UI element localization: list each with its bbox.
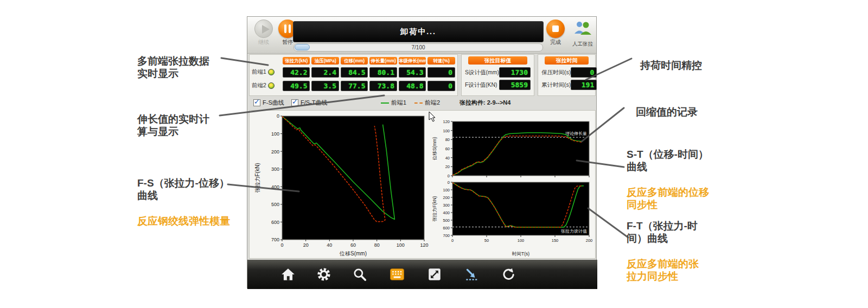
st-chart: 020406080100120理论伸长量位移S(mm) [431,117,593,181]
svg-text:0: 0 [448,180,450,185]
tension-time-panel: 张拉时间 保压时间(s) 0 累计时间(s) 191 [538,54,596,96]
annotation-realtime-data: 多前端张拉数据 实时显示 [137,42,235,93]
status-display: 卸荷中... [293,21,544,42]
svg-text:700: 700 [443,233,450,238]
home-icon[interactable] [280,267,296,282]
hold-time-label: 保压时间(s) [541,69,571,76]
member-label: 张拉构件: 2-9-->N4 [459,99,510,107]
readout-value: 54.3 [399,67,426,78]
checkbox-fs-curve[interactable]: ✓ F-S曲线 [253,99,284,107]
target-value-panel: 张拉目标值 S设计值(mm) 1730 F设计值(KN) 5859 [461,54,534,96]
time-panel-title: 张拉时间 [545,56,589,65]
checkbox-fst-curve[interactable]: ✓ F/S-T曲线 [291,99,328,107]
legend-line-icon [381,102,389,104]
svg-text:600: 600 [443,226,450,230]
svg-text:100: 100 [518,238,525,243]
progress-text: 7/100 [294,44,542,50]
legend-front2: 前端2 [414,99,440,107]
annotation-title: F-S（张拉力-位移） 曲线 [137,177,243,202]
svg-text:60: 60 [350,242,356,248]
svg-text:40: 40 [445,156,450,161]
svg-text:200: 200 [443,195,450,200]
manual-tension-button[interactable]: 人工张拉 [569,20,597,48]
play-icon [254,20,273,38]
resume-button[interactable]: 继续 [252,20,276,46]
fullscreen-icon[interactable] [427,267,442,282]
curve-pointer-icon[interactable] [464,267,479,282]
svg-text:100: 100 [443,129,450,133]
readout-value: 77.5 [341,81,368,91]
f-design-label: F设计值(KN) [465,81,497,89]
row-label-text: 前端2 [252,82,266,89]
svg-text:120: 120 [443,119,450,124]
svg-text:0: 0 [448,174,450,178]
annotation-hold-time: 持荷时间精控 [640,47,738,85]
svg-text:600: 600 [271,220,279,225]
status-led-icon [268,82,275,89]
finish-label: 完成 [544,39,567,46]
option-row: ✓ F-S曲线 ✓ F/S-T曲线 前端1 前端2 张拉构件: 2-9-->N4 [249,98,596,110]
readout-value: 0 [427,81,455,91]
annotation-title: S-T（位移-时间） 曲线 [627,148,735,173]
svg-text:0: 0 [280,242,283,248]
annotation-title: 伸长值的实时计 算与显示 [137,113,235,138]
search-icon[interactable] [352,267,367,282]
svg-text:200: 200 [586,238,593,243]
annotation-subtitle: 反应钢绞线弹性模量 [137,215,243,227]
annotation-title: 持荷时间精控 [640,59,738,72]
resume-label: 继续 [252,39,276,46]
svg-text:60: 60 [445,146,450,151]
legend-front1: 前端1 [381,99,406,107]
top-toolbar: 继续 暂停 卸荷中... 7/100 完成 人工张拉 [247,17,596,54]
svg-text:80: 80 [374,242,380,248]
total-time-label: 累计时间(s) [541,81,571,89]
readout-value: 80.1 [369,67,397,78]
s-design-value: 1730 [499,67,531,78]
readout-table: 张拉力(kN)油压(MPa)位移(mm)伸长量(mm)本级伸长(mm)转速(%)… [249,54,458,96]
legend-label: 前端2 [425,99,440,107]
reset-icon[interactable] [501,267,516,282]
row-label: 前端1 [252,68,281,76]
total-time-value: 191 [571,80,597,90]
bottom-toolbar [247,260,597,289]
svg-text:张拉力F(kN): 张拉力F(kN) [254,163,260,193]
finish-button[interactable]: 完成 [544,20,567,46]
readout-value: 2.4 [311,67,339,78]
annotation-elongation-calc: 伸长值的实时计 算与显示 [137,100,235,151]
column-header: 伸长量(mm) [369,57,397,65]
svg-text:理论伸长量: 理论伸长量 [565,131,587,136]
svg-text:20: 20 [445,164,450,169]
svg-text:120: 120 [420,242,428,248]
hold-time-value: 0 [571,67,597,78]
readout-value: 0 [427,67,455,78]
svg-text:400: 400 [443,210,450,215]
charts-area: 0204060801001200100200300400500600700位移S… [249,110,596,259]
readout-value: 73.8 [369,81,397,91]
svg-text:50: 50 [484,238,489,243]
stop-icon [546,20,565,38]
row-label-text: 前端1 [252,68,266,76]
manual-tension-label: 人工张拉 [569,41,597,48]
column-header: 转速(%) [427,57,455,65]
readout-value: 49.5 [283,81,310,91]
checkbox-label: F-S曲线 [263,99,284,107]
data-panel: 张拉力(kN)油压(MPa)位移(mm)伸长量(mm)本级伸长(mm)转速(%)… [249,54,596,96]
annotation-retraction-record: 回缩值的记录 [636,93,733,131]
readout-value: 42.2 [283,67,310,78]
svg-text:张拉力F(kN): 张拉力F(kN) [432,196,437,221]
legend-label: 前端1 [391,99,406,107]
svg-text:80: 80 [445,137,450,142]
svg-text:20: 20 [303,242,309,248]
annotation-subtitle: 反应多前端的张 拉力同步性 [627,258,735,283]
progress-bar: 7/100 [293,43,543,52]
gear-icon[interactable] [316,267,331,282]
svg-text:100: 100 [271,131,279,137]
svg-text:40: 40 [327,242,332,248]
f-design-value: 5859 [499,80,531,90]
annotation-fs-curve: F-S（张拉力-位移） 曲线 反应钢绞线弹性模量 [137,164,243,240]
annotation-title: 多前端张拉数据 实时显示 [137,55,235,80]
keyboard-icon[interactable] [390,267,405,282]
svg-text:位移S(mm): 位移S(mm) [432,137,437,161]
checkbox-icon: ✓ [253,99,260,106]
column-header: 张拉力(kN) [283,57,310,65]
